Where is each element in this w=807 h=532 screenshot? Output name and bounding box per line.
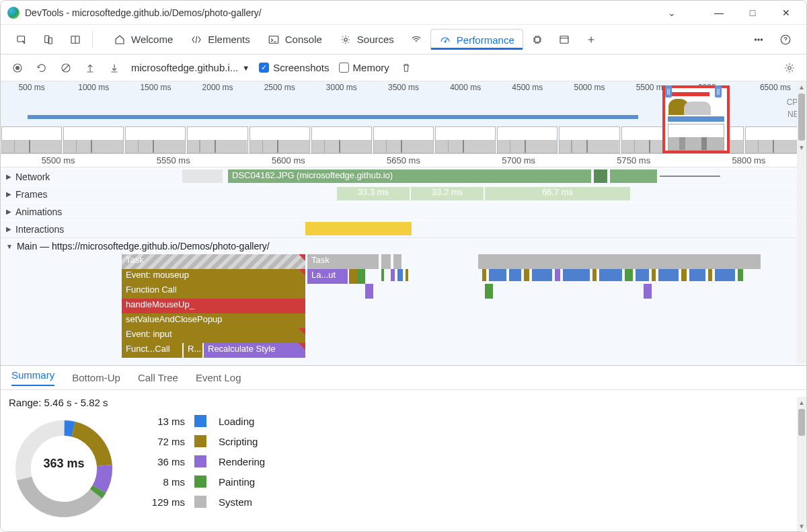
svg-rect-10: [560, 36, 568, 43]
recording-url: microsoftedge.github.i...: [131, 62, 238, 73]
inspect-element-icon[interactable]: [9, 30, 34, 50]
record-button[interactable]: [10, 61, 25, 75]
flame-bar[interactable]: [357, 269, 365, 284]
range-text: Range: 5.46 s - 5.82 s: [1, 390, 806, 415]
network-segment[interactable]: [610, 169, 657, 183]
svg-point-15: [758, 38, 759, 40]
tab-welcome[interactable]: Welcome: [106, 30, 181, 50]
tab-elements[interactable]: Elements: [182, 30, 258, 50]
tab-performance-label: Performance: [457, 34, 514, 46]
svg-rect-0: [17, 36, 25, 41]
tab-call-tree[interactable]: Call Tree: [138, 372, 178, 383]
tab-sources[interactable]: Sources: [332, 30, 402, 50]
download-button[interactable]: [107, 61, 122, 75]
track-interactions[interactable]: ▶Interactions: [1, 220, 806, 237]
track-main[interactable]: ▼Main — https://microsoftedge.github.io/…: [1, 237, 806, 254]
tab-summary[interactable]: Summary: [11, 369, 54, 386]
flame-stripes[interactable]: [381, 254, 765, 284]
svg-point-8: [445, 41, 446, 42]
summary-tabs: Summary Bottom-Up Call Tree Event Log: [1, 366, 806, 390]
more-menu-icon[interactable]: [746, 30, 771, 50]
help-icon[interactable]: [773, 30, 798, 50]
devtools-tabs: Welcome Elements Console Sources Perform…: [1, 25, 806, 54]
clear-button[interactable]: [59, 61, 73, 75]
frame-segment[interactable]: 33.2 ms: [411, 187, 484, 200]
more-tabs-icon[interactable]: [578, 30, 604, 50]
flame-bar[interactable]: [644, 284, 652, 299]
network-segment[interactable]: DSC04162.JPG (microsoftedge.github.io): [228, 169, 591, 183]
svg-line-21: [63, 65, 69, 71]
flame-chart[interactable]: Task Event: mouseup Function Call handle…: [122, 254, 806, 369]
flame-function-call[interactable]: Function Call: [122, 284, 305, 299]
interaction-segment[interactable]: [305, 222, 412, 235]
swatch-loading: [194, 415, 206, 427]
swatch-system: [194, 496, 206, 508]
maximize-button[interactable]: □: [743, 7, 762, 18]
tab-event-log[interactable]: Event Log: [196, 372, 241, 383]
performance-toolbar: microsoftedge.github.i... ▼ ✓Screenshots…: [1, 54, 806, 81]
summary-scrollbar[interactable]: ▲▼: [797, 397, 806, 531]
detail-ruler: 5500 ms5550 ms5600 ms5650 ms5700 ms5750 …: [1, 154, 806, 167]
upload-button[interactable]: [83, 61, 98, 75]
selection-handle-left[interactable]: ||: [665, 85, 672, 98]
flame-setvalue[interactable]: setValueAndClosePopup: [122, 313, 305, 328]
tab-bottom-up[interactable]: Bottom-Up: [72, 372, 120, 383]
network-conditions-icon[interactable]: [404, 30, 429, 50]
svg-point-14: [755, 38, 756, 40]
selection-handle-right[interactable]: ||: [715, 85, 722, 98]
recording-selector[interactable]: microsoftedge.github.i... ▼: [131, 62, 249, 73]
track-main-label: Main — https://microsoftedge.github.io/D…: [17, 241, 270, 252]
flame-recalculate-style[interactable]: Recalculate Style: [204, 343, 305, 358]
flame-event-input[interactable]: Event: input: [122, 328, 305, 343]
legend-rendering-label: Rendering: [219, 456, 265, 467]
tab-console[interactable]: Console: [260, 30, 330, 50]
flame-bar[interactable]: [485, 284, 493, 299]
application-icon[interactable]: [551, 30, 577, 50]
flame-r[interactable]: R...: [184, 343, 202, 358]
summary-legend: 13 msLoading 72 msScripting 36 msRenderi…: [145, 415, 265, 508]
minimize-button[interactable]: —: [709, 7, 728, 18]
network-segment[interactable]: [660, 176, 720, 177]
legend-painting-label: Painting: [219, 476, 265, 488]
track-animations[interactable]: ▶Animations: [1, 202, 806, 220]
memory-icon[interactable]: [525, 30, 550, 50]
tracks-panel: ▶Network DSC04162.JPG (microsoftedge.git…: [1, 167, 806, 367]
flame-bar[interactable]: [349, 269, 357, 284]
frame-segment[interactable]: 33.3 ms: [337, 187, 410, 200]
flame-handle-mouseup[interactable]: handleMouseUp_: [122, 299, 305, 313]
window-title: DevTools - microsoftedge.github.io/Demos…: [25, 7, 668, 18]
device-toggle-icon[interactable]: [36, 30, 61, 50]
flame-layout[interactable]: La...ut: [307, 269, 348, 284]
settings-gear-icon[interactable]: [782, 61, 797, 75]
legend-scripting-ms: 72 ms: [145, 436, 185, 447]
flame-function-call[interactable]: Funct...Call: [122, 343, 182, 358]
dock-side-icon[interactable]: [63, 30, 88, 50]
timeline-overview[interactable]: 500 ms1000 ms1500 ms2000 ms2500 ms3000 m…: [1, 81, 806, 154]
summary-donut: 363 ms: [10, 415, 118, 523]
flame-task[interactable]: Task: [307, 254, 379, 269]
flame-task[interactable]: Task: [122, 254, 305, 269]
tracks-scrollbar[interactable]: ▲▼: [797, 81, 806, 363]
track-network[interactable]: ▶Network DSC04162.JPG (microsoftedge.git…: [1, 167, 806, 185]
flame-event-mouseup[interactable]: Event: mouseup: [122, 269, 305, 284]
network-segment[interactable]: [182, 169, 223, 183]
track-network-label: Network: [15, 172, 50, 182]
network-segment[interactable]: [594, 169, 607, 183]
legend-painting-ms: 8 ms: [145, 476, 185, 488]
legend-rendering-ms: 36 ms: [145, 456, 185, 467]
svg-rect-9: [535, 37, 540, 42]
track-frames[interactable]: ▶Frames 33.3 ms 33.2 ms 66.7 ms: [1, 185, 806, 202]
close-button[interactable]: ✕: [777, 7, 796, 18]
delete-button[interactable]: [399, 61, 414, 75]
flame-bar[interactable]: [365, 284, 373, 299]
frame-segment[interactable]: 66.7 ms: [485, 187, 630, 200]
memory-label: Memory: [353, 62, 389, 73]
memory-checkbox[interactable]: Memory: [339, 62, 389, 73]
chevron-down-icon[interactable]: ⌄: [668, 7, 676, 18]
tab-elements-label: Elements: [208, 34, 250, 45]
overview-net-bar: [297, 115, 478, 119]
summary-panel: Summary Bottom-Up Call Tree Event Log Ra…: [1, 365, 806, 531]
tab-performance[interactable]: Performance: [430, 29, 523, 50]
screenshots-checkbox[interactable]: ✓Screenshots: [259, 62, 329, 73]
reload-record-button[interactable]: [34, 61, 49, 75]
